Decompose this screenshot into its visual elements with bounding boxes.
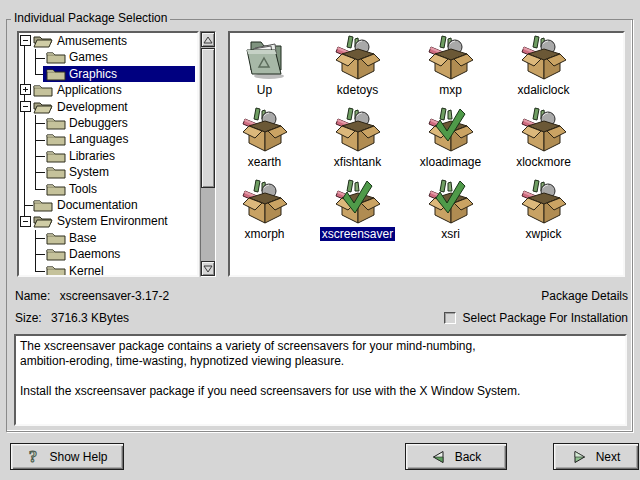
size-label: Size: — [15, 311, 42, 325]
package-label: xsri — [439, 227, 462, 241]
folder-icon — [46, 116, 66, 130]
tree-item-debuggers[interactable]: Debuggers — [19, 115, 197, 131]
package-label: kdetoys — [335, 83, 380, 97]
folder-icon — [46, 149, 66, 163]
package-box-icon — [427, 34, 475, 82]
tree-item-label: Games — [69, 49, 108, 65]
up-folder-icon — [241, 34, 289, 82]
next-arrow-icon — [572, 450, 587, 464]
package-name-row: Name: xscreensaver-3.17-2 — [15, 289, 175, 303]
package-box-icon — [520, 34, 568, 82]
back-button[interactable]: Back — [405, 443, 507, 470]
folder-icon — [46, 182, 66, 196]
package-up[interactable]: Up — [230, 34, 311, 104]
package-label: xdaliclock — [515, 83, 571, 97]
package-mxp[interactable]: mxp — [404, 34, 497, 104]
select-package-label[interactable]: Select Package For Installation — [463, 311, 628, 325]
package-description: The xscreensaver package contains a vari… — [14, 334, 627, 426]
tree-item-amusements[interactable]: Amusements — [19, 33, 197, 49]
open-folder-icon — [33, 34, 53, 48]
tree-item-graphics[interactable]: Graphics — [19, 66, 197, 82]
checked-package-box-icon — [427, 106, 475, 154]
package-label: xwpick — [523, 227, 563, 241]
package-selection-screen: Individual Package Selection AmusementsG… — [0, 0, 640, 480]
select-package-control: Select Package For Installation — [444, 311, 628, 325]
tree-item-kernel[interactable]: Kernel — [19, 263, 197, 275]
tree-item-label: Tools — [69, 181, 97, 197]
tree-item-label: Libraries — [69, 148, 115, 164]
tree-item-libraries[interactable]: Libraries — [19, 148, 197, 164]
frame-title: Individual Package Selection — [11, 11, 170, 25]
tree-item-games[interactable]: Games — [19, 49, 197, 65]
package-xmorph[interactable]: xmorph — [230, 178, 311, 248]
back-label: Back — [455, 450, 482, 464]
tree-item-label: Daemons — [69, 246, 120, 262]
package-box-icon — [334, 106, 382, 154]
collapse-expander-icon[interactable] — [20, 101, 31, 112]
tree-item-system[interactable]: System — [19, 164, 197, 180]
tree-item-base[interactable]: Base — [19, 230, 197, 246]
tree-item-label: Debuggers — [69, 115, 128, 131]
package-xwpick[interactable]: xwpick — [497, 178, 590, 248]
next-button[interactable]: Next — [553, 443, 639, 470]
checked-package-box-icon — [427, 178, 475, 226]
scroll-down-button[interactable] — [201, 261, 215, 276]
arrow-up-icon — [203, 36, 213, 44]
collapse-expander-icon[interactable] — [20, 35, 31, 46]
package-box-icon — [334, 34, 382, 82]
expand-expander-icon[interactable] — [20, 84, 31, 95]
show-help-label: Show Help — [49, 450, 107, 464]
package-label: xscreensaver — [320, 227, 395, 241]
tree-item-tools[interactable]: Tools — [19, 181, 197, 197]
tree-item-applications[interactable]: Applications — [19, 82, 197, 98]
package-xsri[interactable]: xsri — [404, 178, 497, 248]
back-arrow-icon — [431, 450, 446, 464]
package-box-icon — [520, 178, 568, 226]
package-kdetoys[interactable]: kdetoys — [311, 34, 404, 104]
category-tree-list: AmusementsGamesGraphicsApplicationsDevel… — [19, 33, 197, 275]
folder-icon — [33, 83, 53, 97]
tree-item-label: Kernel — [69, 263, 104, 275]
package-box-icon — [520, 106, 568, 154]
tree-item-system-environment[interactable]: System Environment — [19, 213, 197, 229]
tree-item-label: Graphics — [69, 66, 117, 82]
tree-item-label: Amusements — [57, 33, 127, 49]
folder-icon — [46, 132, 66, 146]
scrollbar-thumb[interactable] — [201, 48, 215, 188]
name-label: Name: — [15, 289, 50, 303]
select-package-checkbox[interactable] — [444, 312, 456, 324]
package-label: Up — [255, 83, 274, 97]
tree-item-label: Development — [57, 99, 128, 115]
package-xlockmore[interactable]: xlockmore — [497, 106, 590, 176]
package-size-row: Size: 3716.3 KBytes — [15, 311, 135, 325]
tree-item-development[interactable]: Development — [19, 99, 197, 115]
tree-item-documentation[interactable]: Documentation — [19, 197, 197, 213]
tree-item-label: Applications — [57, 82, 122, 98]
collapse-expander-icon[interactable] — [20, 216, 31, 227]
tree-item-languages[interactable]: Languages — [19, 131, 197, 147]
package-xearth[interactable]: xearth — [230, 106, 311, 176]
checked-package-box-icon — [334, 178, 382, 226]
package-box-icon — [241, 178, 289, 226]
open-folder-icon — [33, 100, 53, 114]
svg-text:?: ? — [29, 448, 38, 466]
tree-scrollbar[interactable] — [200, 31, 216, 277]
folder-icon — [46, 231, 66, 245]
tree-item-daemons[interactable]: Daemons — [19, 246, 197, 262]
package-xloadimage[interactable]: xloadimage — [404, 106, 497, 176]
package-xdaliclock[interactable]: xdaliclock — [497, 34, 590, 104]
category-tree[interactable]: AmusementsGamesGraphicsApplicationsDevel… — [17, 31, 199, 277]
folder-icon — [46, 165, 66, 179]
package-label: xfishtank — [332, 155, 383, 169]
package-xfishtank[interactable]: xfishtank — [311, 106, 404, 176]
tree-item-label: Documentation — [57, 197, 138, 213]
open-folder-icon — [33, 214, 53, 228]
next-label: Next — [596, 450, 621, 464]
scroll-up-button[interactable] — [201, 32, 215, 47]
package-label: xloadimage — [418, 155, 483, 169]
size-value: 3716.3 KBytes — [51, 311, 129, 325]
show-help-button[interactable]: ? Show Help — [10, 443, 124, 470]
help-question-icon: ? — [26, 448, 40, 466]
package-box-icon — [241, 106, 289, 154]
package-xscreensaver[interactable]: xscreensaver — [311, 178, 404, 248]
